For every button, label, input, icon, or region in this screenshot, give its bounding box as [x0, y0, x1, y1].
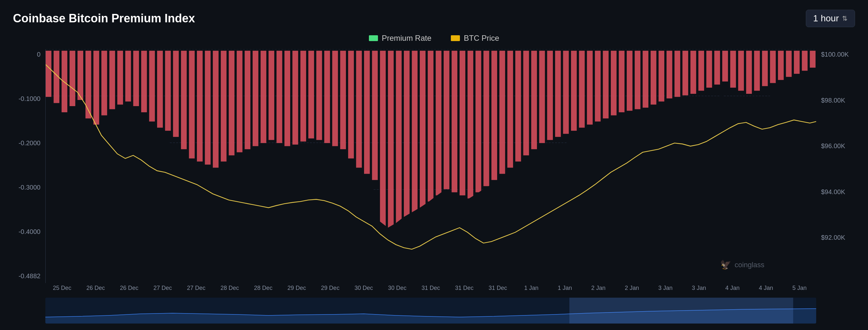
svg-rect-9	[70, 51, 75, 106]
svg-rect-37	[292, 51, 298, 144]
svg-rect-91	[722, 51, 728, 81]
svg-rect-26	[205, 51, 211, 165]
y-label-right-1: $98.00K	[816, 97, 855, 104]
y-label-3: -0.3000	[13, 184, 45, 191]
legend-label-premium: Premium Rate	[382, 34, 431, 43]
svg-rect-74	[587, 51, 593, 125]
x-label-9: 30 Dec	[347, 285, 380, 292]
svg-rect-92	[730, 51, 736, 88]
time-selector-label: 1 hour	[813, 13, 839, 24]
svg-rect-53	[420, 51, 426, 208]
svg-rect-23	[181, 51, 187, 149]
y-axis-right: $100.00K $98.00K $96.00K $94.00K $92.00K	[816, 49, 855, 283]
svg-rect-42	[332, 51, 338, 146]
svg-rect-12	[93, 51, 99, 125]
svg-rect-17	[133, 51, 139, 106]
y-label-5: -0.4882	[13, 272, 45, 280]
svg-rect-90	[714, 51, 720, 85]
x-label-10: 30 Dec	[380, 285, 414, 292]
svg-rect-44	[348, 51, 354, 159]
chevron-updown-icon: ⇅	[842, 14, 847, 22]
x-label-16: 2 Jan	[582, 285, 615, 292]
y-label-4: -0.4000	[13, 228, 45, 235]
legend-item-premium: Premium Rate	[369, 34, 431, 43]
x-label-0: 25 Dec	[45, 285, 79, 292]
x-label-6: 28 Dec	[246, 285, 280, 292]
x-axis: 25 Dec 26 Dec 26 Dec 27 Dec 27 Dec 28 De…	[45, 283, 816, 296]
x-label-17: 2 Jan	[615, 285, 648, 292]
svg-rect-81	[643, 51, 648, 108]
svg-rect-93	[738, 51, 744, 91]
svg-rect-6	[46, 51, 52, 97]
x-label-7: 29 Dec	[280, 285, 313, 292]
svg-rect-55	[436, 51, 441, 195]
svg-rect-73	[579, 51, 585, 128]
svg-rect-30	[237, 51, 243, 153]
x-label-22: 5 Jan	[783, 285, 816, 292]
x-label-8: 29 Dec	[313, 285, 347, 292]
svg-rect-52	[412, 51, 418, 214]
svg-rect-69	[547, 51, 553, 140]
chart-main: // This won't execute in SVG, using path…	[45, 49, 816, 283]
svg-rect-54	[428, 51, 434, 202]
svg-rect-88	[698, 51, 704, 91]
page-title: Coinbase Bitcoin Premium Index	[13, 12, 195, 25]
svg-rect-28	[221, 51, 227, 161]
svg-rect-99	[786, 51, 792, 77]
svg-rect-35	[277, 51, 282, 143]
x-labels: 25 Dec 26 Dec 26 Dec 27 Dec 27 Dec 28 De…	[45, 283, 816, 293]
y-label-right-0: $100.00K	[816, 51, 855, 58]
svg-rect-36	[284, 51, 290, 146]
minimap-area[interactable]: ⏸ ⏸	[45, 298, 816, 324]
svg-rect-95	[754, 51, 760, 91]
svg-rect-83	[658, 51, 664, 102]
svg-rect-40	[316, 51, 322, 140]
svg-rect-19	[149, 51, 155, 122]
svg-rect-86	[682, 51, 688, 95]
svg-rect-57	[452, 51, 457, 193]
svg-rect-64	[507, 51, 513, 168]
svg-rect-22	[173, 51, 179, 137]
legend-item-btc: BTC Price	[451, 34, 499, 43]
svg-rect-25	[197, 51, 203, 161]
svg-rect-98	[778, 51, 784, 80]
x-label-20: 4 Jan	[716, 285, 749, 292]
chart-svg: // This won't execute in SVG, using path…	[46, 49, 816, 283]
svg-rect-49	[388, 51, 394, 235]
svg-rect-100	[794, 51, 800, 74]
x-label-11: 31 Dec	[414, 285, 447, 292]
svg-rect-11	[86, 51, 91, 119]
svg-rect-89	[706, 51, 712, 88]
main-container: Coinbase Bitcoin Premium Index 1 hour ⇅ …	[0, 0, 868, 330]
x-label-18: 3 Jan	[649, 285, 682, 292]
y-label-right-4: $92.00K	[816, 234, 855, 241]
svg-rect-45	[356, 51, 362, 168]
legend-color-premium	[369, 35, 378, 41]
svg-rect-66	[523, 51, 529, 155]
svg-rect-21	[165, 51, 171, 131]
svg-rect-58	[460, 51, 465, 195]
svg-rect-18	[141, 51, 147, 112]
svg-rect-27	[213, 51, 219, 168]
legend: Premium Rate BTC Price	[13, 34, 855, 43]
time-selector[interactable]: 1 hour ⇅	[806, 10, 855, 27]
svg-rect-34	[269, 51, 274, 140]
svg-rect-101	[802, 51, 808, 71]
y-axis-left: 0 -0.1000 -0.2000 -0.3000 -0.4000 -0.488…	[13, 49, 45, 283]
header: Coinbase Bitcoin Premium Index 1 hour ⇅	[13, 10, 855, 27]
x-label-2: 26 Dec	[113, 285, 146, 292]
legend-color-btc	[451, 35, 460, 41]
svg-rect-20	[157, 51, 163, 128]
svg-rect-59	[468, 51, 473, 199]
svg-rect-50	[396, 51, 402, 229]
svg-rect-38	[300, 51, 306, 142]
svg-rect-70	[555, 51, 561, 137]
y-label-0: 0	[13, 51, 45, 58]
x-label-13: 31 Dec	[481, 285, 514, 292]
svg-rect-24	[189, 51, 195, 159]
svg-rect-31	[245, 51, 250, 149]
svg-rect-56	[444, 51, 450, 189]
y-label-right-2: $96.00K	[816, 142, 855, 150]
x-label-21: 4 Jan	[749, 285, 782, 292]
x-label-5: 28 Dec	[213, 285, 246, 292]
